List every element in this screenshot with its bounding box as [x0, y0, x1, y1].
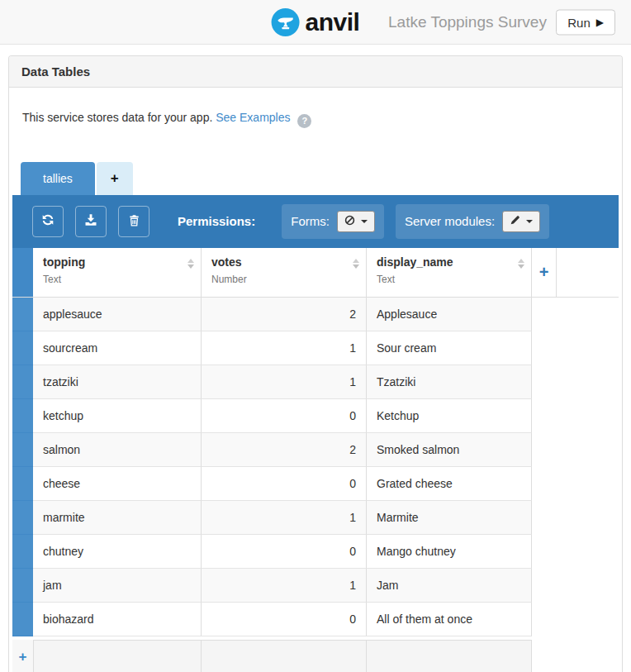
- sort-icon[interactable]: [518, 259, 524, 269]
- anvil-logo-icon: [272, 8, 300, 36]
- column-type: Number: [211, 274, 359, 285]
- row-selector[interactable]: [12, 535, 33, 569]
- cell-topping[interactable]: tzatziki: [33, 365, 202, 399]
- help-icon[interactable]: ?: [297, 114, 311, 128]
- tab-tallies[interactable]: tallies: [21, 162, 95, 195]
- column-header-display-name[interactable]: display_name Text: [367, 248, 532, 297]
- row-selector[interactable]: [12, 365, 33, 399]
- cell-votes[interactable]: 0: [202, 399, 367, 433]
- cell-display-name[interactable]: Jam: [367, 569, 532, 603]
- panel-body: This service stores data for your app. S…: [9, 111, 622, 672]
- caret-down-icon: [361, 220, 368, 223]
- cell-display-name[interactable]: Mango chutney: [367, 535, 532, 569]
- server-modules-permission-group: Server modules:: [396, 204, 549, 239]
- cell-display-name[interactable]: Smoked salmon: [367, 433, 532, 467]
- sort-icon[interactable]: [187, 259, 194, 269]
- server-modules-label: Server modules:: [405, 214, 495, 228]
- cell-votes[interactable]: 1: [202, 501, 367, 535]
- column-type: Text: [43, 274, 194, 285]
- caret-down-icon: [526, 220, 533, 223]
- cell-display-name[interactable]: Tzatziki: [367, 365, 532, 399]
- table-row: sourcream 1 Sour cream: [12, 331, 619, 365]
- new-row-cell-votes[interactable]: [202, 640, 367, 672]
- cell-topping[interactable]: sourcream: [33, 331, 202, 365]
- cell-topping[interactable]: salmon: [33, 433, 202, 467]
- row-selector[interactable]: [12, 603, 33, 636]
- table-row: salmon 2 Smoked salmon: [12, 433, 619, 467]
- cell-votes[interactable]: 1: [202, 569, 367, 603]
- new-row-cell-display-name[interactable]: [367, 640, 532, 672]
- table-row: tzatziki 1 Tzatziki: [12, 365, 619, 399]
- pencil-icon: [510, 215, 520, 228]
- run-button[interactable]: Run ▶: [556, 9, 615, 35]
- row-selector[interactable]: [12, 569, 33, 603]
- column-name: votes: [211, 255, 242, 269]
- see-examples-link[interactable]: See Examples: [216, 111, 290, 124]
- data-table: topping Text votes Number display_name: [12, 248, 619, 672]
- service-description: This service stores data for your app. S…: [22, 111, 609, 128]
- add-row-button[interactable]: +: [12, 640, 33, 672]
- table-row: ketchup 0 Ketchup: [12, 399, 619, 433]
- download-icon: [83, 212, 98, 230]
- add-row: +: [12, 640, 619, 672]
- table-row: cheese 0 Grated cheese: [12, 467, 619, 501]
- cell-display-name[interactable]: Sour cream: [367, 331, 532, 365]
- header-gutter: [12, 248, 33, 297]
- new-row-cell-topping[interactable]: [33, 640, 202, 672]
- cell-topping[interactable]: cheese: [33, 467, 202, 501]
- cell-topping[interactable]: marmite: [33, 501, 202, 535]
- cell-display-name[interactable]: All of them at once: [367, 603, 532, 636]
- cell-topping[interactable]: applesauce: [33, 298, 202, 331]
- no-entry-icon: [344, 215, 355, 228]
- export-button[interactable]: [75, 206, 107, 237]
- column-name: display_name: [377, 255, 453, 269]
- cell-topping[interactable]: jam: [33, 569, 202, 603]
- row-selector[interactable]: [12, 501, 33, 535]
- column-type: Text: [377, 274, 524, 285]
- cell-display-name[interactable]: Grated cheese: [367, 467, 532, 501]
- cell-topping[interactable]: chutney: [33, 535, 202, 569]
- description-text: This service stores data for your app.: [22, 111, 212, 124]
- sort-icon[interactable]: [353, 259, 359, 269]
- cell-display-name[interactable]: Ketchup: [367, 399, 532, 433]
- cell-votes[interactable]: 0: [202, 467, 367, 501]
- add-column-button[interactable]: +: [532, 248, 557, 297]
- cell-display-name[interactable]: Applesauce: [367, 298, 532, 331]
- data-tables-panel: Data Tables This service stores data for…: [8, 55, 623, 672]
- cell-votes[interactable]: 1: [202, 331, 367, 365]
- row-selector[interactable]: [12, 433, 33, 467]
- column-header-votes[interactable]: votes Number: [202, 248, 367, 297]
- permissions-label: Permissions:: [178, 214, 255, 228]
- app-title: Latke Toppings Survey: [388, 13, 547, 31]
- table-toolbar: Permissions: Forms: Server modules:: [12, 195, 619, 248]
- row-selector[interactable]: [12, 467, 33, 501]
- play-icon: ▶: [596, 17, 604, 28]
- table-tabs: tallies +: [21, 162, 619, 195]
- anvil-wordmark: anvil: [306, 8, 360, 36]
- anvil-brand: anvil: [272, 8, 360, 36]
- refresh-button[interactable]: [32, 206, 64, 237]
- table-row: applesauce 2 Applesauce: [12, 298, 619, 331]
- forms-label: Forms:: [291, 214, 330, 228]
- column-header-topping[interactable]: topping Text: [33, 248, 202, 297]
- table-row: biohazard 0 All of them at once: [12, 603, 619, 636]
- row-selector[interactable]: [12, 331, 33, 365]
- delete-table-button[interactable]: [118, 206, 149, 237]
- top-navbar: anvil Latke Toppings Survey Run ▶: [0, 0, 631, 45]
- cell-votes[interactable]: 0: [202, 535, 367, 569]
- row-selector[interactable]: [12, 399, 33, 433]
- cell-votes[interactable]: 2: [202, 433, 367, 467]
- cell-topping[interactable]: ketchup: [33, 399, 202, 433]
- cell-display-name[interactable]: Marmite: [367, 501, 532, 535]
- row-selector[interactable]: [12, 298, 33, 331]
- forms-permission-dropdown[interactable]: [337, 211, 375, 232]
- cell-topping[interactable]: biohazard: [33, 603, 202, 636]
- cell-votes[interactable]: 2: [202, 298, 367, 331]
- cell-votes[interactable]: 1: [202, 365, 367, 399]
- run-button-label: Run: [567, 15, 591, 29]
- add-table-tab[interactable]: +: [97, 162, 133, 195]
- table-header-row: topping Text votes Number display_name: [12, 248, 619, 298]
- table-rows: applesauce 2 Applesauce sourcream 1 Sour…: [12, 298, 619, 636]
- server-modules-permission-dropdown[interactable]: [502, 211, 540, 232]
- cell-votes[interactable]: 0: [202, 603, 367, 636]
